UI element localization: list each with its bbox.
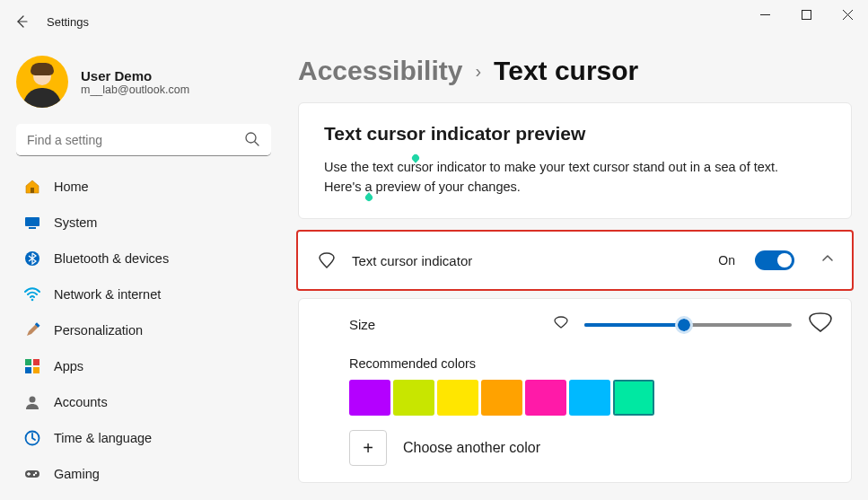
sidebar-item-system[interactable]: System — [14, 205, 273, 241]
preview-text: Use the text cursor indicator to make yo… — [324, 157, 791, 197]
cursor-indicator-icon — [316, 250, 338, 271]
toggle-state: On — [718, 253, 735, 268]
sidebar-item-accounts[interactable]: Accounts — [14, 384, 273, 420]
breadcrumb-parent[interactable]: Accessibility — [298, 56, 462, 86]
search-input[interactable] — [16, 124, 271, 156]
svg-rect-0 — [802, 10, 811, 19]
add-color-button[interactable]: + — [349, 430, 387, 466]
svg-rect-4 — [29, 227, 36, 229]
size-row: Size — [299, 299, 851, 347]
color-swatch[interactable] — [569, 380, 610, 416]
size-color-card: Size Recommended colors + Choose another… — [298, 298, 852, 483]
sidebar-item-label: Personalization — [54, 323, 143, 338]
svg-rect-3 — [25, 217, 39, 226]
indicator-toggle[interactable] — [755, 250, 794, 270]
profile-email: m__lab@outlook.com — [81, 83, 189, 96]
size-slider[interactable] — [584, 315, 792, 333]
chevron-right-icon: › — [475, 61, 481, 82]
color-swatch[interactable] — [393, 380, 434, 416]
color-swatch[interactable] — [525, 380, 566, 416]
maximize-icon — [802, 10, 811, 20]
svg-rect-8 — [25, 359, 31, 365]
bluetooth-icon — [23, 250, 41, 268]
preview-card: Text cursor indicator preview Use the te… — [298, 102, 852, 219]
svg-rect-10 — [25, 367, 31, 373]
system-icon — [23, 214, 41, 232]
sidebar-item-home[interactable]: Home — [14, 169, 273, 205]
close-button[interactable] — [827, 0, 868, 29]
wifi-icon — [23, 285, 41, 303]
breadcrumb: Accessibility › Text cursor — [298, 56, 852, 86]
avatar — [16, 56, 68, 108]
sidebar-item-label: Accounts — [54, 395, 108, 409]
arrow-left-icon — [14, 14, 29, 29]
chevron-up-icon[interactable] — [821, 252, 834, 268]
game-icon — [23, 465, 41, 483]
sidebar-item-bluetooth-devices[interactable]: Bluetooth & devices — [14, 241, 273, 276]
brush-icon — [23, 321, 41, 339]
sidebar-item-label: Gaming — [54, 467, 100, 481]
plus-icon: + — [363, 438, 373, 459]
preview-heading: Text cursor indicator preview — [324, 123, 826, 145]
indicator-label: Text cursor indicator — [352, 253, 704, 268]
small-cursor-icon — [554, 316, 568, 332]
search-icon — [244, 131, 260, 151]
sidebar-item-network-internet[interactable]: Network & internet — [14, 276, 273, 312]
apps-icon — [23, 357, 41, 375]
sidebar-item-label: System — [54, 215, 97, 230]
sidebar-item-label: Home — [54, 180, 89, 194]
size-label: Size — [349, 317, 538, 332]
window-title: Settings — [47, 15, 89, 29]
sidebar-item-personalization[interactable]: Personalization — [14, 312, 273, 348]
choose-color-label: Choose another color — [403, 440, 540, 456]
sidebar-item-label: Bluetooth & devices — [54, 251, 169, 266]
svg-point-6 — [31, 299, 34, 302]
svg-point-1 — [246, 133, 256, 143]
sidebar-item-time-language[interactable]: Time & language — [14, 420, 273, 456]
svg-rect-11 — [33, 367, 39, 373]
color-swatch[interactable] — [613, 380, 654, 416]
search-box[interactable] — [16, 124, 271, 156]
sidebar-item-apps[interactable]: Apps — [14, 348, 273, 384]
large-cursor-icon — [808, 311, 833, 337]
profile-name: User Demo — [81, 68, 189, 83]
sidebar-item-gaming[interactable]: Gaming — [14, 456, 273, 492]
color-swatch[interactable] — [349, 380, 390, 416]
cursor-indicator-marker-bottom: a — [364, 177, 372, 197]
minimize-button[interactable] — [744, 0, 785, 29]
back-button[interactable] — [0, 0, 43, 43]
svg-rect-2 — [31, 188, 34, 193]
svg-point-12 — [30, 397, 36, 403]
sidebar-item-label: Network & internet — [54, 287, 161, 302]
colors-heading: Recommended colors — [349, 356, 833, 371]
maximize-button[interactable] — [785, 0, 827, 29]
sidebar-item-label: Apps — [54, 359, 83, 373]
clock-icon — [23, 429, 41, 447]
color-swatch[interactable] — [437, 380, 478, 416]
svg-point-16 — [33, 474, 35, 476]
home-icon — [23, 178, 41, 196]
svg-point-15 — [35, 472, 37, 474]
color-swatch[interactable] — [481, 380, 522, 416]
minimize-icon — [760, 10, 770, 20]
sidebar-item-label: Time & language — [54, 431, 152, 445]
person-icon — [23, 393, 41, 411]
page-title: Text cursor — [494, 56, 638, 86]
text-cursor-indicator-row[interactable]: Text cursor indicator On — [296, 230, 854, 291]
close-icon — [843, 10, 853, 20]
profile-block[interactable]: User Demo m__lab@outlook.com — [16, 56, 271, 108]
svg-rect-9 — [33, 359, 39, 365]
cursor-indicator-marker-top: cursor — [397, 157, 433, 177]
